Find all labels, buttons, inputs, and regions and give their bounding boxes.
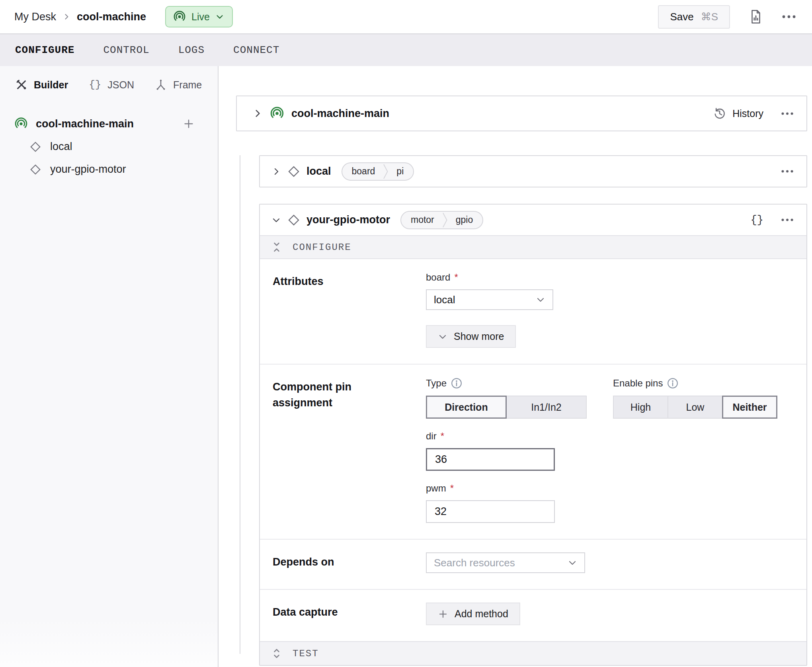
resource-type-tag: motor gpio <box>400 211 483 229</box>
tag-type: motor <box>401 215 442 225</box>
tree-item-label: cool-machine-main <box>36 118 134 130</box>
collapse-section-icon[interactable] <box>272 241 281 253</box>
board-field-label: board <box>426 272 450 283</box>
view-builder-label: Builder <box>34 79 68 91</box>
depends-on-select[interactable]: Search resources <box>426 552 585 573</box>
resource-card-title: local <box>306 165 331 177</box>
view-json[interactable]: {} JSON <box>89 79 134 91</box>
tree-item-label: your-gpio-motor <box>50 163 126 176</box>
required-marker: * <box>454 272 458 283</box>
tree-item-local[interactable]: local <box>0 135 218 158</box>
live-status-label: Live <box>191 11 210 23</box>
view-frame[interactable]: Frame <box>155 79 202 91</box>
dir-field-label: dir <box>426 431 437 442</box>
history-button[interactable]: History <box>713 107 763 120</box>
configure-sidebar: Builder {} JSON Frame <box>0 66 219 667</box>
enable-option-neither[interactable]: Neither <box>722 396 777 419</box>
tag-divider-chevron <box>442 211 448 229</box>
content-area: Builder {} JSON Frame <box>0 66 812 667</box>
tools-icon <box>16 79 27 91</box>
code-braces-button[interactable]: {} <box>751 214 763 226</box>
breadcrumb-current: cool-machine <box>77 11 146 23</box>
depends-on-section-label: Depends on <box>273 554 370 570</box>
view-frame-label: Frame <box>173 79 202 91</box>
save-button[interactable]: Save ⌘S <box>658 5 730 29</box>
live-status-button[interactable]: Live <box>165 6 233 27</box>
enable-option-low[interactable]: Low <box>668 396 723 419</box>
board-select[interactable]: local <box>426 289 553 310</box>
part-menu-button[interactable] <box>781 112 794 115</box>
machine-menu-button[interactable] <box>782 15 796 19</box>
expand-chevron-right-icon[interactable] <box>271 167 281 176</box>
resource-type-tag: board pi <box>342 162 414 181</box>
machine-report-button[interactable] <box>749 9 763 24</box>
depends-on-row: Depends on Search resources <box>260 539 806 589</box>
machine-tab-bar: CONFIGURE CONTROL LOGS CONNECT <box>0 33 812 66</box>
tab-connect[interactable]: CONNECT <box>233 44 279 56</box>
type-option-direction[interactable]: Direction <box>426 396 507 419</box>
data-capture-section-label: Data capture <box>273 604 370 620</box>
tree-item-your-gpio-motor[interactable]: your-gpio-motor <box>0 158 218 181</box>
board-select-value: local <box>434 294 455 306</box>
collapse-chevron-down-icon[interactable] <box>271 215 281 225</box>
top-bar: My Desk cool-machine Live Save ⌘S <box>0 0 812 33</box>
frame-axis-icon <box>155 79 167 91</box>
broadcast-icon <box>14 117 28 131</box>
component-diamond-icon <box>287 165 300 178</box>
broadcast-icon <box>270 106 284 121</box>
tab-control[interactable]: CONTROL <box>103 44 149 56</box>
component-diamond-icon <box>287 214 300 226</box>
tab-configure[interactable]: CONFIGURE <box>15 44 74 56</box>
tree-item-machine-part[interactable]: cool-machine-main <box>0 112 218 135</box>
required-marker: * <box>450 483 454 494</box>
expand-chevron-right-icon[interactable] <box>252 108 263 119</box>
broadcast-icon <box>173 10 186 23</box>
save-shortcut: ⌘S <box>701 11 718 23</box>
tag-type: board <box>342 166 383 177</box>
tree-item-label: local <box>50 140 72 153</box>
ellipsis-icon <box>781 112 794 115</box>
info-icon[interactable] <box>667 377 679 389</box>
save-label: Save <box>670 11 693 23</box>
show-more-button[interactable]: Show more <box>426 325 516 348</box>
info-icon[interactable] <box>451 377 463 389</box>
add-method-label: Add method <box>455 608 508 620</box>
ellipsis-icon <box>781 218 794 222</box>
pwm-field-label: pwm <box>426 483 446 494</box>
pwm-pin-input[interactable] <box>426 500 555 523</box>
resource-menu-button[interactable] <box>781 170 794 173</box>
type-toggle-group: Direction In1/In2 <box>426 396 587 419</box>
test-section-label: TEST <box>293 648 319 659</box>
dir-pin-input[interactable] <box>426 448 555 471</box>
add-method-button[interactable]: Add method <box>426 603 520 625</box>
history-label: History <box>732 108 763 119</box>
add-resource-icon[interactable] <box>183 118 195 130</box>
chevron-down-icon <box>568 558 577 568</box>
breadcrumb: My Desk cool-machine <box>14 11 146 23</box>
top-bar-actions: Save ⌘S <box>658 5 796 29</box>
enable-pins-toggle-group: High Low Neither <box>613 396 777 419</box>
view-builder[interactable]: Builder <box>16 79 68 91</box>
resource-menu-button[interactable] <box>781 218 794 222</box>
configure-main: cool-machine-main History <box>219 66 812 667</box>
chevron-down-icon <box>536 295 545 304</box>
braces-icon: {} <box>89 79 101 91</box>
type-option-in1in2[interactable]: In1/In2 <box>506 396 587 419</box>
part-resources: local board pi <box>236 155 807 666</box>
expand-section-icon[interactable] <box>272 647 281 659</box>
attributes-row: Attributes board * local <box>260 259 806 364</box>
type-field-label: Type <box>426 378 447 389</box>
show-more-label: Show more <box>454 331 504 342</box>
part-card-title: cool-machine-main <box>291 107 389 120</box>
pin-assignment-section-label: Component pin assignment <box>273 379 370 411</box>
breadcrumb-root[interactable]: My Desk <box>14 11 56 23</box>
machine-part-card: cool-machine-main History <box>236 96 807 131</box>
component-diamond-icon <box>29 141 41 153</box>
enable-option-high[interactable]: High <box>613 396 668 419</box>
ellipsis-icon <box>782 15 796 19</box>
tab-logs[interactable]: LOGS <box>178 44 205 56</box>
depends-on-placeholder: Search resources <box>434 557 515 569</box>
data-capture-row: Data capture Add method <box>260 589 806 641</box>
configure-section-label: CONFIGURE <box>293 242 351 253</box>
ellipsis-icon <box>781 170 794 173</box>
